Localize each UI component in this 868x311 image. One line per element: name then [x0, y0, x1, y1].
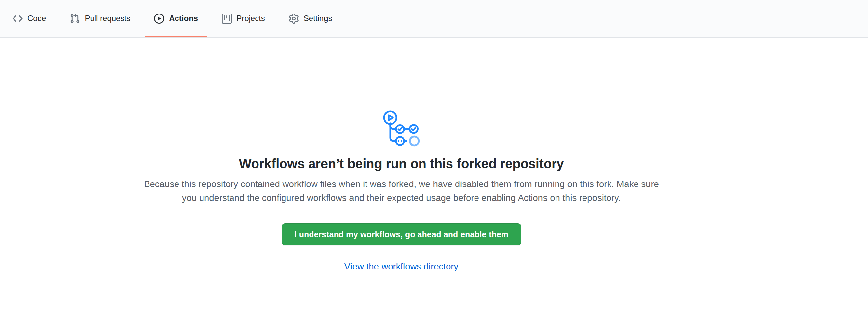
project-icon — [222, 13, 232, 24]
view-workflows-directory-link[interactable]: View the workflows directory — [344, 261, 458, 272]
tab-label: Projects — [237, 14, 265, 22]
tab-code[interactable]: Code — [3, 0, 55, 37]
tab-label: Code — [27, 14, 46, 22]
tab-label: Settings — [304, 14, 332, 22]
tab-pull-requests[interactable]: Pull requests — [61, 0, 140, 37]
blankslate-description: Because this repository contained workfl… — [136, 177, 666, 205]
tab-label: Pull requests — [85, 14, 130, 22]
code-icon — [12, 13, 23, 24]
actions-workflow-icon — [383, 110, 420, 147]
enable-workflows-button[interactable]: I understand my workflows, go ahead and … — [282, 223, 521, 245]
actions-blankslate: Workflows aren’t being run on this forke… — [0, 37, 803, 272]
git-pull-request-icon — [70, 13, 80, 24]
repo-tab-nav: Code Pull requests Actions Projects Sett… — [0, 0, 868, 37]
play-icon — [154, 13, 164, 24]
page-title: Workflows aren’t being run on this forke… — [239, 156, 564, 171]
tab-actions[interactable]: Actions — [145, 0, 207, 37]
tab-label: Actions — [169, 14, 198, 22]
tab-settings[interactable]: Settings — [280, 0, 341, 37]
gear-icon — [289, 13, 299, 24]
tab-projects[interactable]: Projects — [212, 0, 274, 37]
